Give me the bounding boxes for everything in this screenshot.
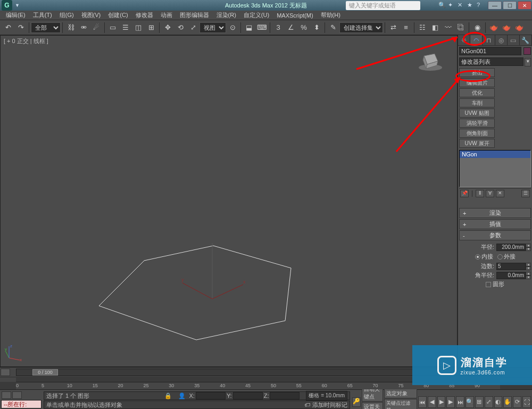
radius-spin-up[interactable]: ▴ [526, 244, 531, 247]
menu-tools[interactable]: 工具(T) [29, 11, 56, 20]
snap-toggle-button[interactable]: 3 [272, 22, 284, 34]
display-tab[interactable]: ▭ [508, 35, 520, 45]
menu-grapheditors[interactable]: 图形编辑器 [176, 11, 213, 20]
radius-spinner[interactable]: 200.0mm [496, 244, 526, 251]
coord-x[interactable] [196, 392, 226, 399]
cornerradius-spin-down[interactable]: ▾ [526, 276, 531, 279]
menu-create[interactable]: 创建(C) [104, 11, 131, 20]
favorites-icon[interactable]: ★ [467, 2, 475, 9]
coord-y[interactable] [233, 392, 263, 399]
modify-tab[interactable]: ◠ [470, 35, 483, 45]
mod-btn-uvwunwrap[interactable]: UVW 展开 [459, 139, 495, 148]
nav-zoomall-button[interactable]: ⊞ [475, 396, 484, 408]
layer-manager-button[interactable]: ☷ [417, 22, 428, 34]
key-filters-selected[interactable]: 选定对象 [384, 389, 417, 398]
nav-zoom-button[interactable]: 🔍 [466, 396, 474, 408]
close-button[interactable]: ✕ [518, 1, 531, 10]
material-editor-button[interactable]: ◉ [471, 22, 483, 34]
menu-modifiers[interactable]: 修改器 [132, 11, 157, 20]
menu-group[interactable]: 组(G) [56, 11, 78, 20]
menu-maxscript[interactable]: MAXScript(M) [273, 12, 317, 19]
ref-coord-combo[interactable]: 视图 [200, 22, 226, 33]
spinner-snap-button[interactable]: ⬍ [311, 22, 322, 34]
menu-animation[interactable]: 动画 [157, 11, 176, 20]
viewcube[interactable] [414, 46, 446, 73]
nav-zoomext-button[interactable]: ⤢ [485, 396, 493, 408]
nav-orbit-button[interactable]: ⟳ [513, 396, 521, 408]
sides-spinner[interactable]: 5 [496, 263, 526, 270]
add-time-tag[interactable]: 添加时间标记 [312, 401, 347, 409]
viewport[interactable]: [ + 0 正交 | 线框 ] y x x y z [0, 35, 458, 367]
remove-modifier-button[interactable]: ✕ [496, 190, 504, 197]
keyboard-shortcut-button[interactable]: ⌨ [256, 22, 268, 34]
utilities-tab[interactable]: 🔧 [520, 35, 532, 45]
qat-arrow-icon[interactable]: ▼ [15, 3, 20, 8]
mod-btn-editpatch[interactable]: 编辑面片 [459, 78, 495, 87]
sides-spin-up[interactable]: ▴ [526, 263, 531, 266]
rollout-parameters[interactable]: -参数 [459, 230, 531, 240]
radius-spin-down[interactable]: ▾ [526, 247, 531, 251]
redo-button[interactable]: ↷ [15, 22, 27, 34]
percent-snap-button[interactable]: % [298, 22, 310, 34]
nav-maximize-button[interactable]: ⛶ [522, 396, 531, 408]
selection-lock-button[interactable]: 🔑 [352, 397, 361, 407]
minimize-button[interactable]: — [488, 1, 502, 10]
menu-help[interactable]: 帮助(H) [317, 11, 344, 20]
selection-filter[interactable]: 全部 [31, 22, 61, 33]
modifier-stack[interactable]: NGon [459, 150, 531, 187]
object-color-swatch[interactable] [523, 47, 531, 55]
key-filters-button[interactable]: 关键点过滤器... [384, 399, 417, 409]
cornerradius-spinner[interactable]: 0.0mm [496, 272, 526, 279]
schematic-view-button[interactable]: ⿻ [455, 22, 467, 34]
window-crossing-button[interactable]: ⊞ [145, 22, 157, 34]
mod-btn-extrude[interactable]: 挤出 [459, 68, 495, 77]
time-slider-thumb[interactable]: 0 / 100 [32, 369, 58, 375]
menu-customize[interactable]: 自定义(U) [240, 11, 273, 20]
exchange-icon[interactable]: ✕ [458, 2, 465, 9]
maximize-button[interactable]: ☐ [503, 1, 517, 10]
modifier-list-dropdown[interactable]: ▾ [525, 58, 531, 66]
infocenter-search-icon[interactable]: 🔍 [438, 2, 446, 9]
select-rotate-button[interactable]: ⟲ [174, 22, 186, 34]
mod-btn-optimize[interactable]: 优化 [459, 88, 495, 97]
show-end-result-button[interactable]: Ⅱ [476, 190, 484, 197]
align-button[interactable]: ≡ [400, 22, 412, 34]
use-center-button[interactable]: ⊙ [227, 22, 238, 34]
search-box[interactable]: 键入关键字或短语 [346, 1, 420, 10]
next-frame-button[interactable]: ▶ [446, 396, 455, 408]
named-sel-combo[interactable]: 创建选择集 [339, 22, 383, 33]
circular-checkbox[interactable] [486, 282, 491, 287]
viewport-label[interactable]: [ + 0 正交 | 线框 ] [4, 37, 48, 45]
hierarchy-tab[interactable]: ⊓ [483, 35, 495, 45]
mod-btn-uvwmap[interactable]: UVW 贴图 [459, 108, 495, 118]
pin-stack-button[interactable]: 📌 [460, 190, 469, 197]
undo-button[interactable]: ↶ [2, 22, 14, 34]
sides-spin-down[interactable]: ▾ [526, 266, 531, 270]
inscribed-radio[interactable]: 内接 [475, 253, 493, 261]
mirror-button[interactable]: ⇄ [387, 22, 399, 34]
select-by-name-button[interactable]: ☰ [120, 22, 131, 34]
unlink-button[interactable]: ⚮ [78, 22, 89, 34]
select-region-button[interactable]: ◫ [132, 22, 144, 34]
goto-start-button[interactable]: ⏮ [418, 396, 427, 408]
configure-sets-button[interactable]: ☰ [521, 190, 530, 197]
subscription-icon[interactable]: ✦ [448, 2, 455, 9]
render-setup-button[interactable]: 🫖 [488, 22, 500, 34]
graphite-tools-button[interactable]: ◧ [429, 22, 441, 34]
nav-pan-button[interactable]: ✋ [503, 396, 512, 408]
motion-tab[interactable]: ◎ [495, 35, 508, 45]
nav-fov-button[interactable]: ◐ [494, 396, 503, 408]
mod-btn-turbosmooth[interactable]: 涡轮平滑 [459, 119, 495, 128]
menu-edit[interactable]: 编辑(E) [2, 11, 29, 20]
rendered-frame-button[interactable]: 🫖 [501, 22, 512, 34]
select-link-button[interactable]: ⛓ [65, 22, 77, 34]
modifier-list-combo[interactable]: 修改器列表 [459, 57, 523, 66]
stack-item-ngon[interactable]: NGon [460, 151, 530, 158]
lock-icon[interactable]: 🔒 [164, 393, 172, 399]
create-tab[interactable]: ✳ [458, 35, 470, 45]
help-icon[interactable]: ? [477, 2, 484, 9]
mod-btn-bevelprofile[interactable]: 倒角剖面 [459, 129, 495, 138]
edit-named-sel-button[interactable]: ✎ [327, 22, 339, 34]
render-production-button[interactable]: 🫖 [513, 22, 525, 34]
circumscribed-radio[interactable]: 外接 [497, 253, 516, 261]
